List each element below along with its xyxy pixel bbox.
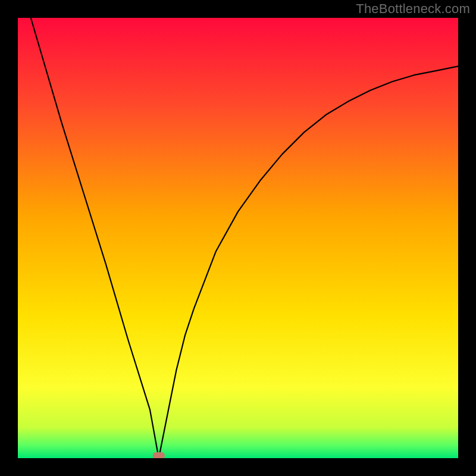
watermark-text: TheBottleneck.com [356, 1, 470, 17]
chart-frame: TheBottleneck.com [0, 0, 476, 476]
bottleneck-chart-canvas [0, 0, 476, 476]
